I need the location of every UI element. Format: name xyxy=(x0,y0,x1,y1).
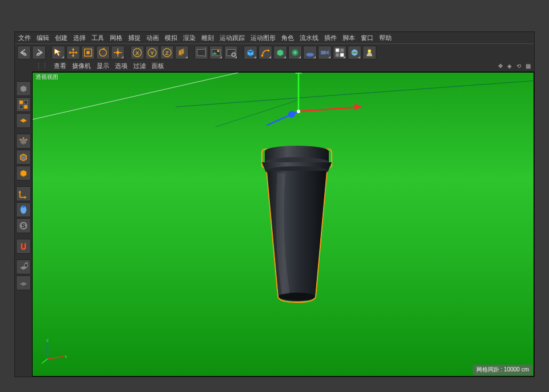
svg-marker-48 xyxy=(295,72,302,74)
vp-menu-options[interactable]: 选项 xyxy=(115,62,128,70)
perspective-viewport[interactable]: x z 网格间距 : 10000 cm xyxy=(32,72,534,377)
menu-script[interactable]: 脚本 xyxy=(343,34,355,42)
svg-rect-30 xyxy=(19,101,23,104)
generator-button[interactable] xyxy=(273,46,287,59)
scale-button[interactable] xyxy=(81,46,95,59)
tweak-mode-button[interactable] xyxy=(16,202,31,217)
edges-mode-button[interactable] xyxy=(16,150,31,165)
z-axis-lock-button[interactable]: Z xyxy=(160,46,174,59)
undo-button[interactable] xyxy=(17,46,31,59)
menu-simulate[interactable]: 模拟 xyxy=(165,34,177,42)
menu-mesh[interactable]: 网格 xyxy=(110,34,122,42)
render-view-button[interactable] xyxy=(194,46,208,59)
grid-spacing-status: 网格间距 : 10000 cm xyxy=(473,365,532,375)
svg-point-12 xyxy=(217,50,220,52)
workplane-lock-button[interactable] xyxy=(16,259,31,274)
menu-motiontrack[interactable]: 运动跟踪 xyxy=(220,34,245,42)
coord-system-button[interactable] xyxy=(175,46,189,59)
svg-text:Y: Y xyxy=(150,49,154,55)
svg-rect-24 xyxy=(336,53,339,56)
svg-rect-41 xyxy=(25,264,27,267)
svg-line-42 xyxy=(33,73,238,119)
vp-nav-rotate-icon[interactable]: ⟲ xyxy=(515,62,523,70)
spline-pen-button[interactable] xyxy=(258,46,272,59)
vp-menu-display[interactable]: 显示 xyxy=(97,62,109,70)
menu-file[interactable]: 文件 xyxy=(18,34,31,42)
svg-marker-46 xyxy=(355,103,361,110)
magnet-snap-button[interactable] xyxy=(16,239,31,254)
vp-nav-move-icon[interactable]: ✥ xyxy=(496,62,504,70)
primitive-cube-button[interactable] xyxy=(244,46,257,59)
mini-axis-indicator: x z xyxy=(41,337,69,368)
deformer-button[interactable] xyxy=(288,46,302,59)
svg-rect-1 xyxy=(86,51,89,54)
move-button[interactable] xyxy=(66,46,80,59)
rotate-button[interactable] xyxy=(96,46,110,59)
vp-nav-layout-icon[interactable]: ▦ xyxy=(524,62,532,70)
svg-point-27 xyxy=(368,49,371,52)
workplane-button[interactable] xyxy=(16,275,31,290)
render-picture-viewer-button[interactable] xyxy=(209,46,223,59)
axis-mode-button[interactable] xyxy=(16,186,31,201)
menu-tools[interactable]: 工具 xyxy=(92,34,104,42)
menu-window[interactable]: 窗口 xyxy=(361,34,373,42)
menu-mograph[interactable]: 运动图形 xyxy=(250,34,276,42)
left-toolbar: S xyxy=(15,61,32,377)
environment-button[interactable] xyxy=(303,46,317,59)
menu-character[interactable]: 角色 xyxy=(281,34,294,42)
svg-point-16 xyxy=(261,54,264,57)
menu-render[interactable]: 渲染 xyxy=(183,34,196,42)
coffee-cup-object[interactable] xyxy=(254,145,340,305)
vp-menu-filter[interactable]: 过滤 xyxy=(133,62,146,70)
vp-menu-panel[interactable]: 面板 xyxy=(152,62,164,70)
main-area: S ⋮⋮ 查看 摄像机 显示 选项 过滤 面板 ✥ ◈ ⟲ ▦ xyxy=(15,61,534,377)
svg-rect-31 xyxy=(24,101,27,104)
vp-menu-camera[interactable]: 摄像机 xyxy=(72,62,91,70)
render-settings-button[interactable] xyxy=(224,46,238,59)
svg-rect-21 xyxy=(321,50,327,54)
svg-rect-33 xyxy=(24,105,27,109)
svg-rect-11 xyxy=(212,49,220,55)
model-mode-button[interactable] xyxy=(16,97,31,112)
svg-point-51 xyxy=(297,110,300,113)
texture-mode-button[interactable] xyxy=(16,113,31,128)
svg-rect-23 xyxy=(340,48,344,51)
svg-line-45 xyxy=(299,107,361,111)
menu-create[interactable]: 创建 xyxy=(55,34,67,42)
axis-gizmo[interactable] xyxy=(299,84,401,143)
menu-help[interactable]: 帮助 xyxy=(379,34,392,42)
svg-point-34 xyxy=(19,139,21,141)
svg-line-59 xyxy=(42,359,47,363)
vp-nav-zoom-icon[interactable]: ◈ xyxy=(506,62,514,70)
svg-line-57 xyxy=(47,357,63,359)
svg-point-2 xyxy=(100,49,107,56)
last-tool-button[interactable] xyxy=(111,46,125,59)
menu-sculpt[interactable]: 雕刻 xyxy=(201,34,214,42)
points-mode-button[interactable] xyxy=(16,134,31,149)
polys-mode-button[interactable] xyxy=(16,166,31,181)
viewport-menu-bar: ⋮⋮ 查看 摄像机 显示 选项 过滤 面板 ✥ ◈ ⟲ ▦ xyxy=(32,61,534,72)
svg-text:S: S xyxy=(21,222,25,229)
svg-line-44 xyxy=(216,100,299,127)
menu-edit[interactable]: 编辑 xyxy=(37,34,49,42)
svg-point-17 xyxy=(268,49,270,51)
menu-plugins[interactable]: 插件 xyxy=(324,34,337,42)
y-axis-lock-button[interactable]: Y xyxy=(145,46,159,59)
menu-animate[interactable]: 动画 xyxy=(146,34,159,42)
svg-point-36 xyxy=(23,137,25,139)
snap-s-button[interactable]: S xyxy=(16,218,31,233)
menu-pipeline[interactable]: 流水线 xyxy=(300,34,319,42)
app-window: 文件 编辑 创建 选择 工具 网格 捕捉 动画 模拟 渲染 雕刻 运动跟踪 运动… xyxy=(14,31,535,377)
live-select-button[interactable] xyxy=(51,46,65,59)
camera-button[interactable] xyxy=(318,46,332,59)
x-axis-lock-button[interactable]: X xyxy=(130,46,144,59)
viewport-container: ⋮⋮ 查看 摄像机 显示 选项 过滤 面板 ✥ ◈ ⟲ ▦ xyxy=(32,61,534,377)
vp-menu-view[interactable]: 查看 xyxy=(54,62,66,70)
menu-select[interactable]: 选择 xyxy=(73,34,86,42)
scene-button[interactable] xyxy=(348,46,361,59)
light-button[interactable] xyxy=(333,46,347,59)
spotlight-button[interactable] xyxy=(363,46,376,59)
redo-button[interactable] xyxy=(32,46,46,59)
make-editable-button[interactable] xyxy=(16,81,31,96)
menu-snap[interactable]: 捕捉 xyxy=(128,34,141,42)
